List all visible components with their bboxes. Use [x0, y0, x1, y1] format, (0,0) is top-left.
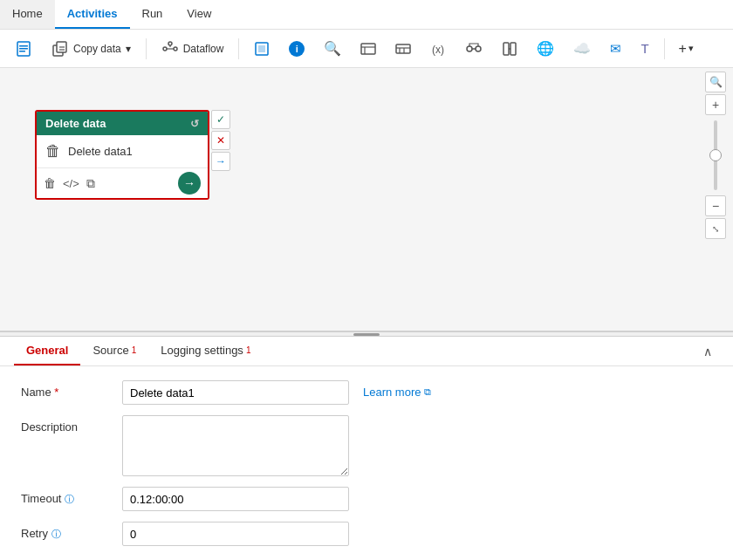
- globe-icon: 🌐: [537, 40, 554, 57]
- zoom-search-btn[interactable]: 🔍: [705, 72, 726, 92]
- svg-rect-3: [19, 51, 25, 52]
- activity-node[interactable]: Delete data ↺ 🗑 Delete data1 🗑 </> ⧉ →: [35, 110, 209, 200]
- timeout-info-icon[interactable]: ⓘ: [65, 494, 74, 504]
- dataflow-btn[interactable]: Dataflow: [154, 36, 232, 62]
- node-body: 🗑 Delete data1: [37, 135, 208, 167]
- plus-icon: +: [679, 41, 687, 57]
- cloud-icon: ☁️: [573, 40, 591, 57]
- node-code-btn[interactable]: </>: [63, 177, 79, 190]
- tab-source[interactable]: Source 1: [80, 337, 148, 365]
- tb-teams[interactable]: T: [633, 37, 656, 60]
- svg-point-8: [163, 47, 167, 51]
- learn-more-label: Learn more: [363, 386, 421, 399]
- tb-email[interactable]: ✉: [602, 37, 629, 61]
- side-x-btn[interactable]: ✕: [211, 131, 230, 150]
- node-delete-btn[interactable]: 🗑: [44, 176, 56, 190]
- retry-row: Retry ⓘ: [21, 522, 712, 546]
- name-required: *: [54, 386, 58, 399]
- separator-1: [146, 38, 147, 59]
- props-panel: General Source 1 Logging settings 1 ∧ Na…: [0, 337, 733, 560]
- email-icon: ✉: [610, 41, 621, 57]
- learn-more-link[interactable]: Learn more ⧉: [363, 380, 431, 399]
- toolbar: Copy data ▾ Dataflow i 🔍 (x) 🌐 ☁️ ✉: [0, 30, 733, 68]
- tb-icon3[interactable]: [353, 37, 384, 61]
- plus-chevron: ▾: [688, 43, 694, 54]
- svg-point-9: [174, 47, 177, 51]
- node-header: Delete data ↺: [37, 112, 208, 135]
- timeout-row: Timeout ⓘ: [21, 487, 712, 511]
- tb-search[interactable]: 🔍: [316, 36, 349, 61]
- tb-icon5[interactable]: (x): [422, 37, 454, 61]
- timeout-label: Timeout ⓘ: [21, 487, 108, 506]
- node-side-actions: ✓ ✕ →: [211, 110, 230, 171]
- dataflow-icon: [161, 40, 179, 58]
- timeout-input[interactable]: [122, 487, 349, 511]
- tb-icon7[interactable]: [494, 37, 525, 61]
- tb-globe[interactable]: 🌐: [529, 36, 562, 61]
- tab-source-label: Source: [92, 344, 128, 357]
- side-arrow-btn[interactable]: →: [211, 152, 230, 171]
- divider-handle: [353, 333, 380, 336]
- copy-data-chevron: ▾: [126, 43, 131, 55]
- node-copy-btn[interactable]: ⧉: [86, 176, 95, 191]
- side-check-btn[interactable]: ✓: [211, 110, 230, 129]
- tab-source-badge: 1: [132, 345, 137, 355]
- collapse-panel-btn[interactable]: ∧: [696, 338, 719, 365]
- external-link-icon: ⧉: [424, 386, 431, 398]
- zoom-in-btn[interactable]: +: [705, 94, 726, 115]
- props-tabs: General Source 1 Logging settings 1 ∧: [0, 337, 733, 366]
- rotate-icon[interactable]: ↺: [190, 118, 199, 130]
- fit-screen-btn[interactable]: ⤡: [705, 218, 726, 239]
- tab-general[interactable]: General: [14, 337, 80, 365]
- separator-2: [238, 38, 239, 59]
- menu-activities[interactable]: Activities: [55, 0, 130, 29]
- tab-general-label: General: [26, 344, 68, 357]
- description-row: Description: [21, 415, 712, 476]
- tb-icon2[interactable]: i: [281, 37, 312, 61]
- menu-bar: Home Activities Run View: [0, 0, 733, 30]
- tab-logging[interactable]: Logging settings 1: [148, 337, 263, 365]
- tb-icon1[interactable]: [246, 37, 277, 61]
- name-row: Name * Learn more ⧉: [21, 380, 712, 405]
- separator-3: [664, 38, 665, 59]
- tb-icon4[interactable]: [387, 37, 419, 61]
- svg-text:(x): (x): [432, 44, 444, 56]
- node-header-label: Delete data: [45, 117, 106, 130]
- dataflow-label: Dataflow: [183, 43, 224, 55]
- name-input[interactable]: [122, 380, 349, 405]
- node-actions: 🗑 </> ⧉ →: [37, 167, 208, 198]
- retry-info-icon[interactable]: ⓘ: [51, 529, 61, 539]
- svg-rect-26: [510, 43, 516, 55]
- copy-data-label: Copy data: [73, 43, 121, 55]
- trash-icon: 🗑: [45, 142, 61, 160]
- canvas-area[interactable]: Delete data ↺ 🗑 Delete data1 🗑 </> ⧉ → ✓…: [0, 68, 733, 331]
- menu-home[interactable]: Home: [0, 0, 55, 29]
- form-area: Name * Learn more ⧉ Description Timeout …: [0, 366, 733, 560]
- svg-rect-15: [361, 44, 375, 54]
- add-more-btn[interactable]: + ▾: [672, 38, 701, 60]
- tb-icon8[interactable]: ☁️: [565, 36, 599, 61]
- page-icon-btn[interactable]: [7, 36, 40, 62]
- tab-logging-badge: 1: [246, 345, 251, 355]
- node-arrow-btn[interactable]: →: [178, 172, 201, 195]
- props-tabs-left: General Source 1 Logging settings 1: [14, 337, 263, 365]
- menu-view[interactable]: View: [175, 0, 223, 29]
- svg-rect-14: [258, 45, 265, 52]
- zoom-out-btn[interactable]: −: [705, 195, 726, 216]
- svg-point-24: [476, 46, 481, 51]
- description-label: Description: [21, 415, 108, 434]
- description-input[interactable]: [122, 415, 349, 476]
- name-label: Name *: [21, 380, 108, 399]
- svg-point-23: [467, 46, 472, 51]
- tb-icon6[interactable]: [457, 37, 490, 61]
- menu-run[interactable]: Run: [130, 0, 175, 29]
- svg-rect-18: [396, 44, 410, 53]
- zoom-slider[interactable]: [714, 120, 717, 190]
- copy-data-btn[interactable]: Copy data ▾: [44, 36, 139, 62]
- svg-point-10: [168, 42, 172, 45]
- zoom-controls: 🔍 + − ⤡: [705, 72, 726, 239]
- zoom-handle[interactable]: [709, 149, 722, 161]
- copy-data-icon: [51, 40, 69, 58]
- retry-input[interactable]: [122, 522, 349, 546]
- node-name-label: Delete data1: [68, 145, 133, 158]
